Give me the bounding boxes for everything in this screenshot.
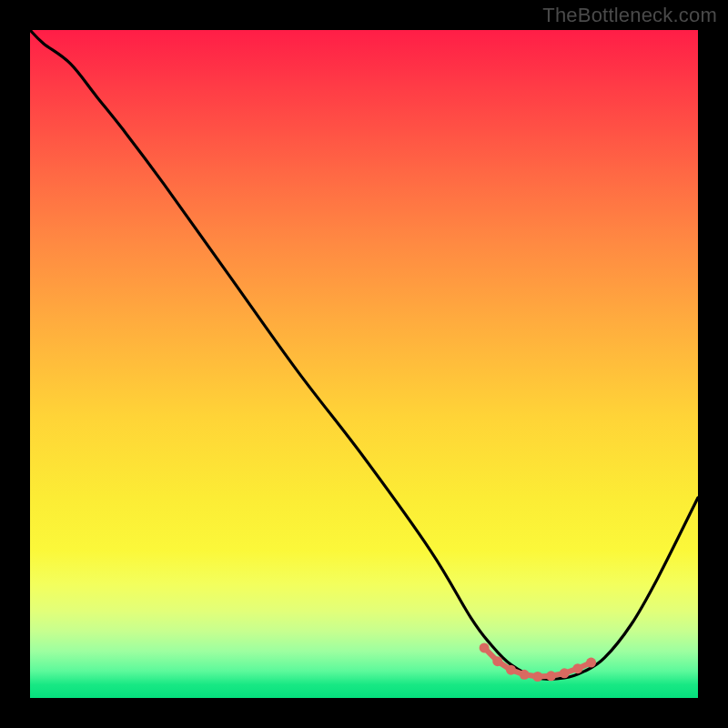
curve-svg (30, 30, 698, 698)
valley-highlight-dots (480, 642, 596, 682)
bottleneck-curve-line (30, 30, 698, 680)
plot-area (30, 30, 698, 698)
watermark-text: TheBottleneck.com (542, 4, 717, 27)
svg-point-16 (586, 658, 596, 668)
chart-container: TheBottleneck.com (0, 0, 728, 728)
